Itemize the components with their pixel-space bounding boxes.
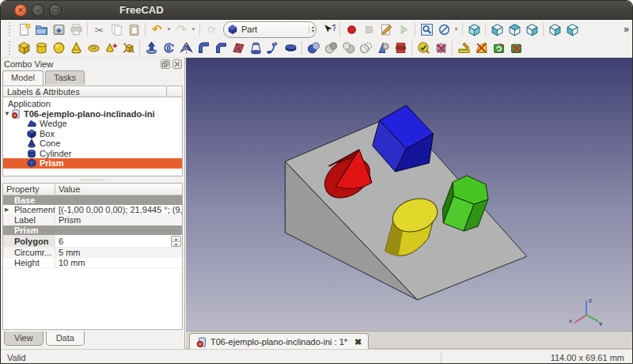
part-cylinder-icon[interactable] — [32, 40, 50, 57]
property-row-polygon[interactable]: Polygon6▲▼ — [3, 235, 182, 248]
tree-item-cylinder[interactable]: Cylinder — [3, 149, 182, 159]
view-front-icon[interactable] — [488, 21, 506, 38]
property-row-height[interactable]: Height10 mm — [3, 258, 182, 268]
defeaturing-icon[interactable] — [432, 40, 449, 57]
measure-linear-icon[interactable] — [455, 40, 472, 57]
part-revolve-icon[interactable] — [160, 40, 177, 57]
tree-root-application[interactable]: Application — [3, 99, 182, 109]
toolbar-overflow-chevron[interactable]: » — [624, 24, 629, 35]
svg-text:y: y — [599, 320, 602, 326]
dock-titlebar[interactable]: Combo View — [1, 58, 184, 70]
part-cut-icon[interactable] — [322, 40, 339, 57]
property-row-circumr[interactable]: Circumr...5 mm — [3, 248, 182, 258]
expand-property-icon[interactable]: ▶ — [5, 207, 9, 213]
redo-icon[interactable]: ↷ — [172, 21, 190, 38]
tree-item-prism[interactable]: Prism — [3, 158, 182, 169]
document-tab[interactable]: T06-ejemplo-plano-inclinado-ini : 1* ✖ — [189, 333, 369, 350]
close-window-button[interactable]: ✕ — [14, 4, 27, 17]
undo-dropdown-icon[interactable]: ▾ — [165, 26, 172, 32]
view-top-icon[interactable] — [506, 21, 523, 38]
macro-play-icon[interactable] — [395, 21, 412, 38]
tree-item-cone[interactable]: Cone — [3, 138, 182, 149]
3d-viewport[interactable]: z x y — [186, 58, 632, 331]
polygon-spinner[interactable]: ▲▼ — [171, 236, 181, 247]
part-compound-icon[interactable] — [374, 40, 392, 57]
view-right-icon[interactable] — [523, 21, 540, 38]
tree-item-document[interactable]: ▼T06-ejemplo-plano-inclinado-ini — [3, 109, 182, 119]
combo-spinner-icon[interactable]: ▴▾ — [309, 25, 314, 33]
part-sweep-icon[interactable] — [264, 40, 282, 57]
minimize-window-button[interactable]: − — [32, 4, 44, 17]
view-isometric-icon[interactable] — [465, 21, 483, 38]
print-document-icon[interactable] — [67, 21, 85, 38]
measure-refresh-icon[interactable] — [490, 40, 507, 57]
refresh-icon[interactable]: ⟳ — [203, 21, 220, 38]
part-section-icon[interactable] — [282, 40, 299, 57]
toolbar-handle[interactable] — [9, 22, 12, 36]
model-tree: Application▼T06-ejemplo-plano-inclinado-… — [2, 97, 183, 176]
titlebar[interactable]: ✕ − ▢ FreeCAD — [1, 1, 632, 20]
redo-dropdown-icon[interactable]: ▾ — [190, 26, 197, 32]
open-document-icon[interactable] — [32, 21, 50, 38]
property-row-placement[interactable]: ▶Placement[(-1,00 0,00 0,00); 21,9445 °;… — [3, 205, 182, 215]
part-chamfer-icon[interactable] — [212, 40, 229, 57]
float-panel-icon[interactable] — [161, 59, 170, 69]
view-rear-icon[interactable] — [546, 21, 563, 38]
tab-view[interactable]: View — [4, 332, 44, 346]
close-tab-icon[interactable]: ✖ — [354, 337, 362, 347]
cut-icon[interactable]: ✂ — [90, 21, 108, 38]
tree-column-header[interactable]: Labels & Attributes — [2, 85, 167, 97]
part-fillet-icon[interactable] — [195, 40, 212, 57]
part-mirror-icon[interactable] — [177, 40, 195, 57]
measure-clear-all-icon[interactable] — [507, 40, 525, 57]
paste-icon[interactable] — [125, 21, 142, 38]
part-sphere-icon[interactable] — [50, 40, 67, 57]
tree-item-wedge[interactable]: Wedge — [3, 119, 182, 129]
maximize-window-button[interactable]: ▢ — [49, 4, 62, 17]
window-title: FreeCAD — [119, 4, 164, 16]
macro-record-icon[interactable] — [343, 21, 360, 38]
tab-data[interactable]: Data — [46, 332, 85, 346]
part-ruled-surface-icon[interactable] — [229, 40, 247, 57]
part-loft-icon[interactable] — [247, 40, 264, 57]
whats-this-icon[interactable]: ? — [320, 21, 337, 38]
draw-style-icon[interactable] — [435, 21, 453, 38]
measure-angular-icon[interactable] — [472, 40, 490, 57]
part-primitives-icon[interactable] — [102, 40, 119, 57]
macro-edit-icon[interactable] — [377, 21, 395, 38]
expander-icon[interactable]: ▼ — [3, 110, 11, 117]
part-cone-icon[interactable] — [67, 40, 85, 57]
save-document-icon[interactable] — [50, 21, 67, 38]
copy-icon[interactable] — [108, 21, 125, 38]
macro-stop-icon[interactable] — [360, 21, 377, 38]
close-panel-icon[interactable] — [172, 59, 182, 69]
undo-icon[interactable]: ↶ — [148, 21, 165, 38]
toolbar-separator — [415, 22, 415, 36]
part-box-icon[interactable] — [15, 40, 32, 57]
view-fit-all-icon[interactable] — [418, 21, 435, 38]
wedge-icon — [27, 119, 36, 128]
part-common-icon[interactable] — [357, 40, 374, 57]
property-row-label[interactable]: LabelPrism — [3, 215, 182, 226]
combo-view-panel: Combo View ModelTasks Labels & Attribute… — [1, 58, 185, 349]
part-extrude-icon[interactable] — [142, 40, 160, 57]
view-left-icon[interactable] — [563, 21, 581, 38]
toolbar-handle[interactable] — [9, 41, 12, 55]
toolbar-separator — [462, 22, 463, 36]
toolbar-separator — [339, 22, 340, 36]
part-boolean-icon[interactable] — [305, 40, 322, 57]
part-shape-builder-icon[interactable] — [119, 40, 137, 57]
part-cross-sections-icon[interactable] — [392, 40, 409, 57]
check-geometry-icon[interactable] — [415, 40, 432, 57]
tab-tasks[interactable]: Tasks — [45, 70, 85, 85]
workbench-selector[interactable]: Part▴▾ — [223, 21, 316, 38]
tree-item-box[interactable]: Box — [3, 129, 182, 139]
tab-model[interactable]: Model — [2, 70, 44, 85]
new-document-icon[interactable] — [15, 21, 32, 38]
part-torus-icon[interactable] — [85, 40, 102, 57]
svg-text:x: x — [569, 317, 572, 324]
svg-text:↷: ↷ — [176, 23, 187, 36]
part-union-icon[interactable] — [339, 40, 357, 57]
document-tab-label: T06-ejemplo-plano-inclinado-ini : 1* — [210, 337, 347, 347]
draw-style-dropdown-icon[interactable]: ▾ — [453, 26, 460, 32]
